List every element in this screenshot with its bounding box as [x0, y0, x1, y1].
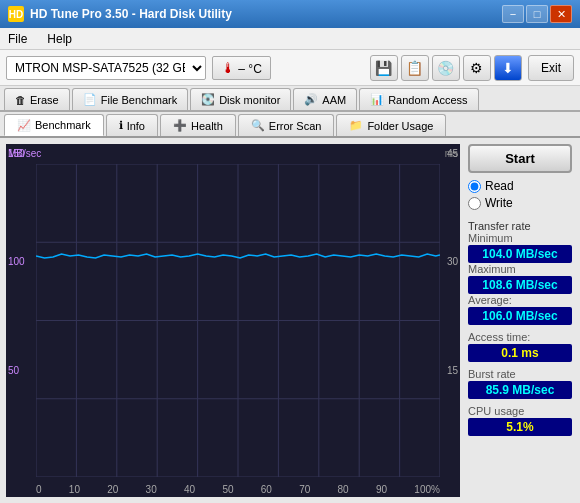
tab-bar-2: 📈 Benchmark ℹ Info ➕ Health 🔍 Error Scan…: [0, 112, 580, 138]
y-axis-right: 45 30 15: [447, 144, 458, 477]
y-right-15: 15: [447, 365, 458, 376]
x-70: 70: [299, 484, 310, 495]
minimum-value: 104.0 MB/sec: [468, 245, 572, 263]
tab-info[interactable]: ℹ Info: [106, 114, 158, 136]
exit-button[interactable]: Exit: [528, 55, 574, 81]
radio-write-input[interactable]: [468, 197, 481, 210]
chart-area: MB/sec ms 150 100 50 45 30 15: [6, 144, 460, 497]
access-time-value: 0.1 ms: [468, 344, 572, 362]
x-90: 90: [376, 484, 387, 495]
copy-icon-button[interactable]: 📋: [401, 55, 429, 81]
file-benchmark-icon: 📄: [83, 93, 97, 106]
tab-disk-monitor[interactable]: 💽 Disk monitor: [190, 88, 291, 110]
right-panel: Start Read Write Transfer rate Minimum 1…: [460, 138, 580, 503]
burst-rate-label: Burst rate: [468, 368, 572, 380]
random-access-icon: 📊: [370, 93, 384, 106]
x-100: 100%: [414, 484, 440, 495]
toolbar-icons: 💾 📋 💿 ⚙ ⬇: [370, 55, 522, 81]
x-axis-labels: 0 10 20 30 40 50 60 70 80 90 100%: [36, 484, 440, 495]
tab-aam[interactable]: 🔊 AAM: [293, 88, 357, 110]
access-time-label: Access time:: [468, 331, 572, 343]
average-value: 106.0 MB/sec: [468, 307, 572, 325]
main-content: MB/sec ms 150 100 50 45 30 15: [0, 138, 580, 503]
tab-benchmark[interactable]: 📈 Benchmark: [4, 114, 104, 136]
x-10: 10: [69, 484, 80, 495]
temperature-button[interactable]: 🌡 – °C: [212, 56, 271, 80]
tab-bar-1: 🗑 Erase 📄 File Benchmark 💽 Disk monitor …: [0, 86, 580, 112]
x-40: 40: [184, 484, 195, 495]
title-bar-left: HD HD Tune Pro 3.50 - Hard Disk Utility: [8, 6, 232, 22]
temp-label: – °C: [238, 62, 261, 76]
maximum-label: Maximum: [468, 263, 572, 275]
menu-help[interactable]: Help: [43, 30, 76, 48]
radio-read-input[interactable]: [468, 180, 481, 193]
radio-read-label: Read: [485, 179, 514, 193]
x-30: 30: [146, 484, 157, 495]
tab-health[interactable]: ➕ Health: [160, 114, 236, 136]
settings-icon-button[interactable]: ⚙: [463, 55, 491, 81]
y-left-150: 150: [8, 148, 25, 159]
access-time-section: Access time: 0.1 ms: [468, 331, 572, 362]
x-0: 0: [36, 484, 42, 495]
y-left-100: 100: [8, 256, 25, 267]
y-right-30: 30: [447, 256, 458, 267]
erase-icon: 🗑: [15, 94, 26, 106]
transfer-rate-section: Transfer rate Minimum 104.0 MB/sec Maxim…: [468, 216, 572, 325]
x-20: 20: [107, 484, 118, 495]
radio-group: Read Write: [468, 179, 572, 210]
tab-file-benchmark[interactable]: 📄 File Benchmark: [72, 88, 188, 110]
x-80: 80: [338, 484, 349, 495]
x-50: 50: [222, 484, 233, 495]
menu-bar: File Help: [0, 28, 580, 50]
chart-svg: [36, 164, 440, 477]
radio-read[interactable]: Read: [468, 179, 572, 193]
disk-monitor-icon: 💽: [201, 93, 215, 106]
minimize-button[interactable]: −: [502, 5, 524, 23]
drive-select[interactable]: MTRON MSP-SATA7525 (32 GB): [6, 56, 206, 80]
tab-random-access[interactable]: 📊 Random Access: [359, 88, 478, 110]
cpu-usage-label: CPU usage: [468, 405, 572, 417]
burst-rate-section: Burst rate 85.9 MB/sec: [468, 368, 572, 399]
radio-write-label: Write: [485, 196, 513, 210]
tab-erase[interactable]: 🗑 Erase: [4, 88, 70, 110]
tab-folder-usage[interactable]: 📁 Folder Usage: [336, 114, 446, 136]
error-scan-icon: 🔍: [251, 119, 265, 132]
y-left-50: 50: [8, 365, 25, 376]
app-icon: HD: [8, 6, 24, 22]
minimum-label: Minimum: [468, 232, 572, 244]
cpu-usage-value: 5.1%: [468, 418, 572, 436]
window-title: HD Tune Pro 3.50 - Hard Disk Utility: [30, 7, 232, 21]
info-icon: ℹ: [119, 119, 123, 132]
burst-rate-value: 85.9 MB/sec: [468, 381, 572, 399]
download-icon-button[interactable]: ⬇: [494, 55, 522, 81]
maximum-value: 108.6 MB/sec: [468, 276, 572, 294]
transfer-rate-label: Transfer rate: [468, 220, 572, 232]
radio-write[interactable]: Write: [468, 196, 572, 210]
y-right-45: 45: [447, 148, 458, 159]
title-bar: HD HD Tune Pro 3.50 - Hard Disk Utility …: [0, 0, 580, 28]
maximize-button[interactable]: □: [526, 5, 548, 23]
cpu-usage-section: CPU usage 5.1%: [468, 405, 572, 436]
start-button[interactable]: Start: [468, 144, 572, 173]
x-60: 60: [261, 484, 272, 495]
folder-usage-icon: 📁: [349, 119, 363, 132]
window-controls[interactable]: − □ ✕: [502, 5, 572, 23]
aam-icon: 🔊: [304, 93, 318, 106]
health-icon: ➕: [173, 119, 187, 132]
menu-file[interactable]: File: [4, 30, 31, 48]
disk-icon-button[interactable]: 💿: [432, 55, 460, 81]
chart-grid: [36, 164, 440, 477]
close-button[interactable]: ✕: [550, 5, 572, 23]
average-label: Average:: [468, 294, 572, 306]
y-axis-left: 150 100 50: [8, 144, 25, 477]
save-icon-button[interactable]: 💾: [370, 55, 398, 81]
toolbar: MTRON MSP-SATA7525 (32 GB) 🌡 – °C 💾 📋 💿 …: [0, 50, 580, 86]
tab-error-scan[interactable]: 🔍 Error Scan: [238, 114, 335, 136]
benchmark-icon: 📈: [17, 119, 31, 132]
